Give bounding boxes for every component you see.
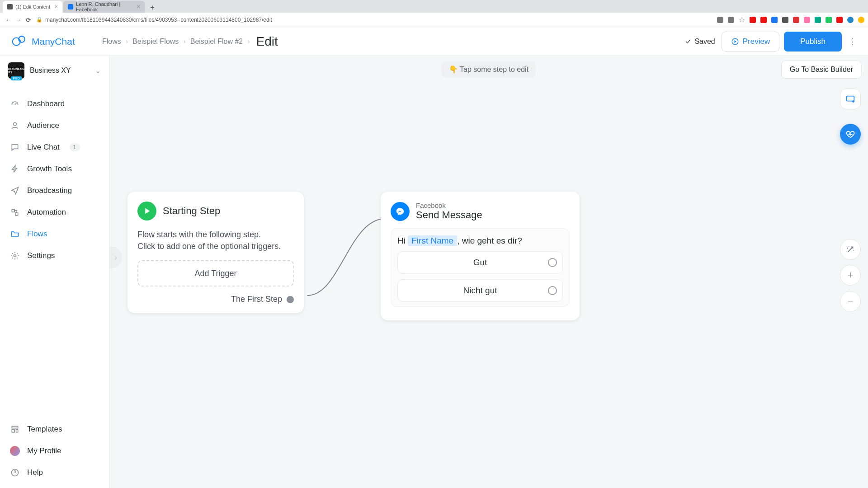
add-panel-button[interactable] xyxy=(840,89,861,109)
crumb-flows[interactable]: Flows xyxy=(102,38,121,46)
auto-arrange-button[interactable] xyxy=(840,239,861,260)
starting-step-node[interactable]: Starting Step Flow starts with the follo… xyxy=(127,192,304,313)
sidebar-item-livechat[interactable]: Live Chat 1 xyxy=(0,136,109,158)
browser-tab-active[interactable]: (1) Edit Content × xyxy=(3,1,62,13)
lock-icon: 🔒 xyxy=(36,17,42,23)
send-message-node[interactable]: Facebook Send Message Hi First Name, wie… xyxy=(381,192,580,320)
panel-plus-icon xyxy=(845,94,855,104)
browser-tab-strip: (1) Edit Content × Leon R. Chaudhari | F… xyxy=(0,0,868,13)
sidebar-item-dashboard[interactable]: Dashboard xyxy=(0,93,109,115)
sidebar-item-label: Settings xyxy=(27,251,55,260)
sidebar-item-label: Live Chat xyxy=(27,143,60,152)
sidebar-item-growth[interactable]: Growth Tools xyxy=(0,158,109,180)
ext-icon[interactable] xyxy=(771,17,778,23)
sidebar-item-label: Templates xyxy=(27,425,62,434)
tab-title: (1) Edit Content xyxy=(15,4,50,9)
sidebar-item-templates[interactable]: Templates xyxy=(0,418,109,440)
message-body[interactable]: Hi First Name, wie geht es dir? Gut Nich… xyxy=(391,228,570,307)
basic-builder-button[interactable]: Go To Basic Builder xyxy=(781,61,862,79)
flow-canvas[interactable]: 👇 Tap some step to edit Go To Basic Buil… xyxy=(109,56,868,488)
sidebar-nav-bottom: Templates My Profile Help xyxy=(0,418,109,483)
sidebar-item-label: Flows xyxy=(27,230,47,239)
profile-avatar-icon[interactable] xyxy=(847,17,854,23)
heart-pulse-icon xyxy=(845,129,855,139)
preview-button[interactable]: Preview xyxy=(722,32,779,52)
reload-button[interactable]: ⟳ xyxy=(24,15,33,25)
browser-tab-inactive[interactable]: Leon R. Chaudhari | Facebook × xyxy=(63,1,145,13)
node-title: Starting Step xyxy=(163,205,220,217)
sidebar-item-label: Dashboard xyxy=(27,99,65,108)
crumb-current: Edit xyxy=(256,34,278,49)
quick-reply-button[interactable]: Nicht gut xyxy=(397,279,563,302)
sidebar-item-help[interactable]: Help xyxy=(0,462,109,483)
node-title: Send Message xyxy=(416,209,482,221)
ext-icon[interactable] xyxy=(858,17,864,23)
svg-point-7 xyxy=(14,255,16,257)
pro-badge: PRO xyxy=(11,76,21,80)
logo-icon xyxy=(12,34,27,49)
sidebar-item-automation[interactable]: Automation xyxy=(0,202,109,223)
automation-icon xyxy=(10,207,20,217)
app-topbar: ManyChat Flows › Beispiel Flows › Beispi… xyxy=(0,27,868,56)
ext-icon[interactable] xyxy=(826,17,832,23)
node-subtitle: Facebook xyxy=(416,202,482,209)
sidebar-item-settings[interactable]: Settings xyxy=(0,245,109,267)
address-bar[interactable]: manychat.com/fb181039443240830/cms/files… xyxy=(45,17,717,23)
crumb-flow[interactable]: Beispiel Flow #2 xyxy=(190,38,243,46)
first-step-output[interactable]: The First Step xyxy=(137,295,294,304)
quick-reply-label: Gut xyxy=(473,258,487,267)
back-button[interactable]: ← xyxy=(4,15,14,25)
ext-icon[interactable] xyxy=(793,17,799,23)
ext-icon[interactable] xyxy=(815,17,821,23)
health-check-button[interactable] xyxy=(840,124,861,145)
forward-button[interactable]: → xyxy=(14,15,24,25)
quick-reply-button[interactable]: Gut xyxy=(397,251,563,274)
preview-icon xyxy=(731,38,739,46)
svg-rect-9 xyxy=(12,430,14,432)
crumb-folder[interactable]: Beispiel Flows xyxy=(132,38,179,46)
close-icon[interactable]: × xyxy=(55,4,58,10)
tab-favicon xyxy=(7,4,13,9)
sidebar-nav: Dashboard Audience Live Chat 1 Growth To… xyxy=(0,93,109,267)
user-icon xyxy=(10,121,20,131)
sidebar-item-label: Broadcasting xyxy=(27,186,72,195)
ext-icon[interactable] xyxy=(760,17,767,23)
brand-name: ManyChat xyxy=(32,36,75,47)
svg-point-4 xyxy=(14,122,17,126)
variable-chip[interactable]: First Name xyxy=(408,235,457,246)
ext-icon[interactable] xyxy=(804,17,810,23)
sidebar-item-flows[interactable]: Flows xyxy=(0,223,109,245)
output-port-icon[interactable] xyxy=(548,258,557,267)
ext-icon[interactable] xyxy=(728,17,734,23)
flow-edge xyxy=(299,205,394,309)
ext-icon[interactable] xyxy=(717,17,723,23)
extension-icons: ☆ xyxy=(717,15,864,24)
messenger-icon xyxy=(391,202,410,221)
help-icon xyxy=(10,468,20,478)
add-trigger-button[interactable]: Add Trigger xyxy=(137,260,294,286)
sidebar-item-profile[interactable]: My Profile xyxy=(0,440,109,462)
more-menu-button[interactable]: ⋮ xyxy=(846,32,859,52)
templates-icon xyxy=(10,424,20,434)
sidebar-item-audience[interactable]: Audience xyxy=(0,115,109,136)
output-port-icon[interactable] xyxy=(287,296,294,303)
brand-logo[interactable]: ManyChat xyxy=(12,34,102,49)
unread-badge: 1 xyxy=(70,143,80,151)
svg-rect-6 xyxy=(15,213,18,216)
ext-icon[interactable] xyxy=(836,17,843,23)
zoom-out-button[interactable]: − xyxy=(840,291,861,312)
workspace-switcher[interactable]: BUSINESS XY PRO Business XY ⌄ xyxy=(0,56,109,85)
star-icon[interactable]: ☆ xyxy=(739,15,745,24)
close-icon[interactable]: × xyxy=(137,4,140,10)
ext-icon[interactable] xyxy=(782,17,788,23)
output-port-icon[interactable] xyxy=(548,286,557,295)
chevron-right-icon: › xyxy=(247,38,250,46)
quick-reply-label: Nicht gut xyxy=(463,286,497,296)
publish-button[interactable]: Publish xyxy=(784,32,842,52)
sidebar-item-broadcasting[interactable]: Broadcasting xyxy=(0,180,109,202)
workspace-avatar: BUSINESS XY PRO xyxy=(8,62,24,79)
new-tab-button[interactable]: + xyxy=(147,3,157,13)
ext-icon[interactable] xyxy=(750,17,756,23)
wand-icon xyxy=(845,244,855,254)
zoom-in-button[interactable]: + xyxy=(840,265,861,286)
